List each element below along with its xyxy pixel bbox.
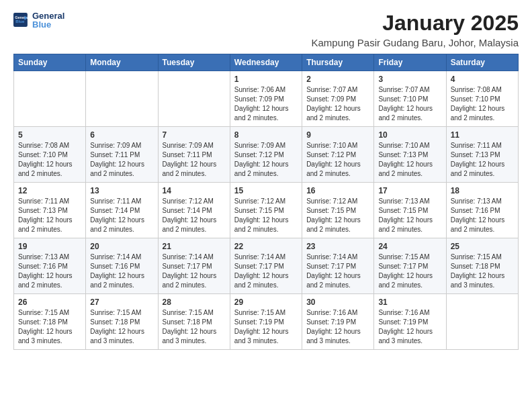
weekday-header-tuesday: Tuesday (158, 54, 230, 71)
day-info: Sunrise: 7:10 AMSunset: 7:12 PMDaylight:… (306, 141, 369, 179)
day-number: 7 (163, 130, 226, 140)
calendar-cell: 25Sunrise: 7:15 AMSunset: 7:18 PMDayligh… (446, 238, 518, 294)
calendar-cell: 20Sunrise: 7:14 AMSunset: 7:16 PMDayligh… (86, 238, 158, 294)
calendar-cell: 30Sunrise: 7:16 AMSunset: 7:19 PMDayligh… (302, 294, 374, 350)
weekday-header-friday: Friday (374, 54, 446, 71)
weekday-header-wednesday: Wednesday (230, 54, 302, 71)
month-title: January 2025 (311, 11, 519, 36)
day-info: Sunrise: 7:10 AMSunset: 7:13 PMDaylight:… (378, 141, 441, 179)
calendar-cell: 21Sunrise: 7:14 AMSunset: 7:17 PMDayligh… (158, 238, 230, 294)
weekday-header-thursday: Thursday (302, 54, 374, 71)
day-info: Sunrise: 7:07 AMSunset: 7:09 PMDaylight:… (306, 85, 369, 123)
calendar-cell: 5Sunrise: 7:08 AMSunset: 7:10 PMDaylight… (14, 127, 86, 183)
day-number: 19 (18, 242, 81, 251)
location-title: Kampung Pasir Gudang Baru, Johor, Malays… (311, 37, 519, 48)
calendar-cell: 18Sunrise: 7:13 AMSunset: 7:16 PMDayligh… (446, 183, 518, 238)
day-number: 4 (451, 75, 514, 84)
day-number: 6 (90, 130, 153, 140)
calendar-cell: 10Sunrise: 7:10 AMSunset: 7:13 PMDayligh… (374, 127, 446, 183)
day-number: 2 (306, 75, 369, 84)
calendar-week-row: 5Sunrise: 7:08 AMSunset: 7:10 PMDaylight… (14, 127, 519, 183)
day-info: Sunrise: 7:15 AMSunset: 7:18 PMDaylight:… (18, 308, 81, 346)
calendar-cell: 28Sunrise: 7:15 AMSunset: 7:18 PMDayligh… (158, 294, 230, 350)
day-number: 26 (18, 298, 81, 307)
calendar-cell: 6Sunrise: 7:09 AMSunset: 7:11 PMDaylight… (86, 127, 158, 183)
calendar-cell: 2Sunrise: 7:07 AMSunset: 7:09 PMDaylight… (302, 71, 374, 127)
day-info: Sunrise: 7:09 AMSunset: 7:11 PMDaylight:… (163, 141, 226, 179)
day-number: 27 (90, 298, 153, 307)
title-block: January 2025 Kampung Pasir Gudang Baru, … (311, 11, 519, 48)
calendar-cell (158, 71, 230, 127)
day-number: 21 (163, 242, 226, 251)
day-number: 29 (234, 298, 298, 307)
day-number: 9 (306, 130, 369, 140)
day-number: 30 (306, 298, 369, 307)
calendar-cell: 8Sunrise: 7:09 AMSunset: 7:12 PMDaylight… (230, 127, 302, 183)
weekday-header-saturday: Saturday (446, 54, 518, 71)
calendar-cell: 19Sunrise: 7:13 AMSunset: 7:16 PMDayligh… (14, 238, 86, 294)
calendar-cell: 12Sunrise: 7:11 AMSunset: 7:13 PMDayligh… (14, 183, 86, 238)
day-number: 20 (90, 242, 153, 251)
day-number: 5 (18, 130, 81, 140)
calendar-cell: 29Sunrise: 7:15 AMSunset: 7:19 PMDayligh… (230, 294, 302, 350)
page-header: General Blue General Blue January 2025 K… (13, 11, 519, 48)
day-info: Sunrise: 7:06 AMSunset: 7:09 PMDaylight:… (234, 85, 298, 123)
calendar-cell (446, 294, 518, 350)
day-number: 18 (451, 186, 514, 195)
logo: General Blue General Blue (13, 11, 64, 30)
day-number: 3 (378, 75, 441, 84)
calendar-cell: 1Sunrise: 7:06 AMSunset: 7:09 PMDaylight… (230, 71, 302, 127)
day-info: Sunrise: 7:11 AMSunset: 7:14 PMDaylight:… (90, 197, 153, 234)
day-info: Sunrise: 7:13 AMSunset: 7:16 PMDaylight:… (451, 197, 514, 234)
day-info: Sunrise: 7:12 AMSunset: 7:15 PMDaylight:… (234, 197, 298, 234)
day-number: 28 (163, 298, 226, 307)
day-number: 12 (18, 186, 81, 195)
day-info: Sunrise: 7:09 AMSunset: 7:12 PMDaylight:… (234, 141, 298, 179)
calendar-cell: 27Sunrise: 7:15 AMSunset: 7:18 PMDayligh… (86, 294, 158, 350)
calendar-cell: 15Sunrise: 7:12 AMSunset: 7:15 PMDayligh… (230, 183, 302, 238)
day-number: 22 (234, 242, 298, 251)
calendar-cell: 14Sunrise: 7:12 AMSunset: 7:14 PMDayligh… (158, 183, 230, 238)
day-info: Sunrise: 7:15 AMSunset: 7:17 PMDaylight:… (378, 253, 441, 290)
calendar-table: SundayMondayTuesdayWednesdayThursdayFrid… (13, 54, 519, 350)
day-info: Sunrise: 7:08 AMSunset: 7:10 PMDaylight:… (18, 141, 81, 179)
day-info: Sunrise: 7:15 AMSunset: 7:18 PMDaylight:… (163, 308, 226, 346)
day-info: Sunrise: 7:13 AMSunset: 7:15 PMDaylight:… (378, 197, 441, 234)
day-number: 13 (90, 186, 153, 195)
day-info: Sunrise: 7:13 AMSunset: 7:16 PMDaylight:… (18, 253, 81, 290)
day-number: 31 (378, 298, 441, 307)
day-info: Sunrise: 7:14 AMSunset: 7:17 PMDaylight:… (306, 253, 369, 290)
day-info: Sunrise: 7:11 AMSunset: 7:13 PMDaylight:… (451, 141, 514, 179)
calendar-week-row: 1Sunrise: 7:06 AMSunset: 7:09 PMDaylight… (14, 71, 519, 127)
day-info: Sunrise: 7:16 AMSunset: 7:19 PMDaylight:… (378, 308, 441, 346)
day-info: Sunrise: 7:08 AMSunset: 7:10 PMDaylight:… (451, 85, 514, 123)
calendar-cell: 17Sunrise: 7:13 AMSunset: 7:15 PMDayligh… (374, 183, 446, 238)
calendar-week-row: 19Sunrise: 7:13 AMSunset: 7:16 PMDayligh… (14, 238, 519, 294)
weekday-header-monday: Monday (86, 54, 158, 71)
logo-icon: General Blue (13, 13, 28, 28)
day-number: 24 (378, 242, 441, 251)
svg-text:Blue: Blue (15, 19, 25, 24)
calendar-week-row: 26Sunrise: 7:15 AMSunset: 7:18 PMDayligh… (14, 294, 519, 350)
day-number: 25 (451, 242, 514, 251)
day-number: 1 (234, 75, 298, 84)
day-number: 11 (451, 130, 514, 140)
calendar-cell: 11Sunrise: 7:11 AMSunset: 7:13 PMDayligh… (446, 127, 518, 183)
day-info: Sunrise: 7:12 AMSunset: 7:15 PMDaylight:… (306, 197, 369, 234)
day-info: Sunrise: 7:11 AMSunset: 7:13 PMDaylight:… (18, 197, 81, 234)
day-number: 23 (306, 242, 369, 251)
day-info: Sunrise: 7:15 AMSunset: 7:19 PMDaylight:… (234, 308, 298, 346)
calendar-cell: 24Sunrise: 7:15 AMSunset: 7:17 PMDayligh… (374, 238, 446, 294)
calendar-cell: 7Sunrise: 7:09 AMSunset: 7:11 PMDaylight… (158, 127, 230, 183)
day-info: Sunrise: 7:15 AMSunset: 7:18 PMDaylight:… (451, 253, 514, 290)
day-info: Sunrise: 7:14 AMSunset: 7:17 PMDaylight:… (234, 253, 298, 290)
day-info: Sunrise: 7:12 AMSunset: 7:14 PMDaylight:… (163, 197, 226, 234)
day-number: 14 (163, 186, 226, 195)
weekday-header-row: SundayMondayTuesdayWednesdayThursdayFrid… (14, 54, 519, 71)
day-info: Sunrise: 7:14 AMSunset: 7:16 PMDaylight:… (90, 253, 153, 290)
calendar-week-row: 12Sunrise: 7:11 AMSunset: 7:13 PMDayligh… (14, 183, 519, 238)
calendar-cell: 3Sunrise: 7:07 AMSunset: 7:10 PMDaylight… (374, 71, 446, 127)
day-info: Sunrise: 7:09 AMSunset: 7:11 PMDaylight:… (90, 141, 153, 179)
day-number: 16 (306, 186, 369, 195)
day-info: Sunrise: 7:14 AMSunset: 7:17 PMDaylight:… (163, 253, 226, 290)
